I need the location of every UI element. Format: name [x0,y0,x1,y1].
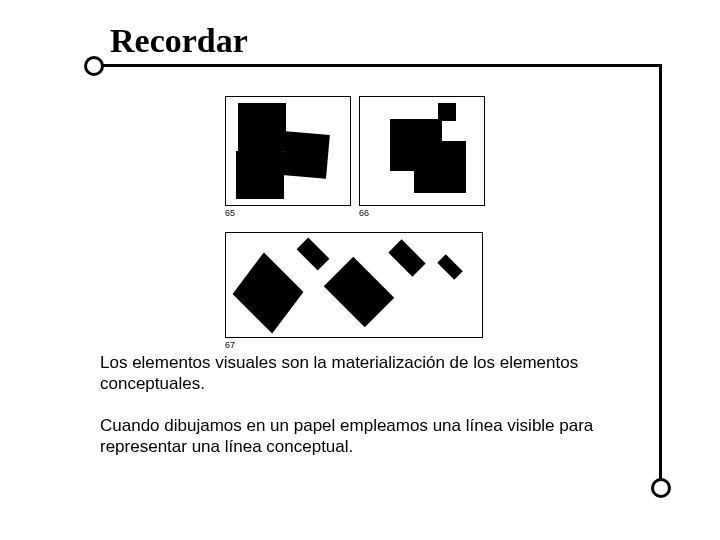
node-icon [84,56,104,76]
paragraph-1: Los elementos visuales son la materializ… [100,352,620,395]
square-icon [414,141,466,193]
node-icon [651,478,671,498]
figure-65 [225,96,351,206]
figure-65-wrap: 65 [225,96,351,218]
slide: Recordar 65 66 [0,0,720,540]
figure-group: 65 66 67 [225,96,495,350]
figure-67 [225,232,483,338]
diamond-icon [324,257,395,328]
figure-66 [359,96,485,206]
paragraph-2: Cuando dibujamos en un papel empleamos u… [100,415,620,458]
diamond-icon [388,239,425,276]
diamond-icon [437,254,462,279]
frame-line-right [659,64,662,482]
figure-67-label: 67 [225,340,495,350]
figure-66-label: 66 [359,208,485,218]
square-icon [238,103,286,151]
figure-67-wrap: 67 [225,232,495,350]
figure-row-top: 65 66 [225,96,495,218]
square-icon [282,131,330,179]
body-text: Los elementos visuales son la materializ… [100,352,620,477]
figure-66-wrap: 66 [359,96,485,218]
square-icon [236,151,284,199]
diamond-icon [297,238,330,271]
frame-line-top [100,64,662,67]
diamond-icon [233,252,304,333]
slide-title: Recordar [110,22,248,60]
figure-65-label: 65 [225,208,351,218]
